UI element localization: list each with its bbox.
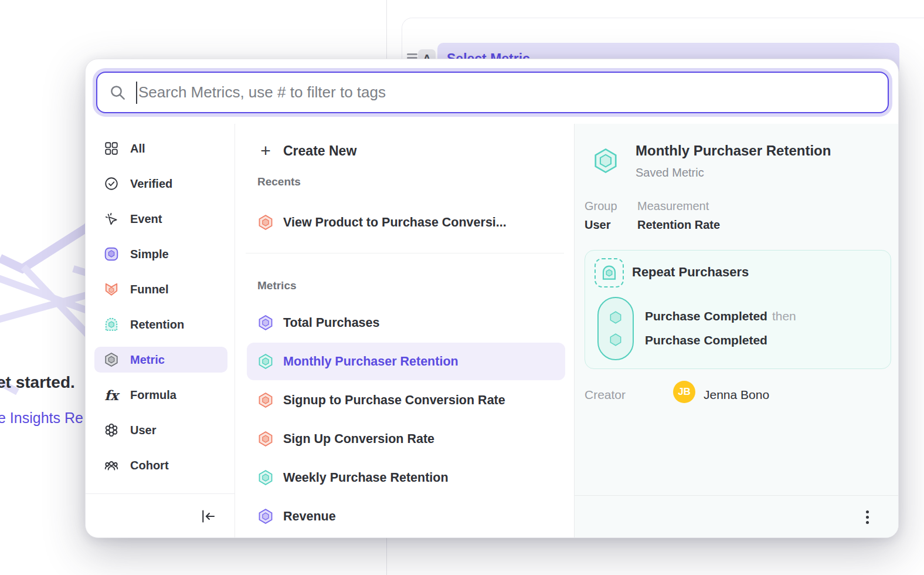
formula-icon: fx <box>103 387 120 403</box>
create-new-button[interactable]: + Create New <box>257 138 565 164</box>
step-hexagon-icon <box>608 332 623 347</box>
hexagon-coral-icon <box>257 392 274 408</box>
sidebar-item-label: User <box>130 424 156 437</box>
detail-subtitle: Saved Metric <box>636 166 704 180</box>
search-box <box>96 72 889 113</box>
sidebar-item-user[interactable]: User <box>94 417 227 443</box>
sidebar-item-label: Simple <box>130 248 169 261</box>
metric-picker-modal: All Verified <box>85 59 899 538</box>
grid-icon <box>103 140 120 157</box>
detail-footer <box>575 495 899 538</box>
metric-item-total-purchases[interactable]: Total Purchases <box>247 304 565 341</box>
metrics-heading: Metrics <box>257 279 565 295</box>
definition-step-1: Purchase Completedthen <box>645 309 796 323</box>
sidebar-item-label: Funnel <box>130 283 169 296</box>
background-partial-insights-link[interactable]: e Insights Re <box>0 410 83 427</box>
hexagon-purple-icon <box>257 314 274 331</box>
metric-item-weekly-purchase-retention[interactable]: Weekly Purchase Retention <box>247 459 565 496</box>
retention-metric-icon <box>103 316 120 333</box>
category-sidebar: All Verified <box>86 124 235 538</box>
metric-definition-card: Repeat Purchasers Purchase Completedthen… <box>585 250 891 369</box>
retention-definition-icon <box>595 258 624 288</box>
collapse-left-icon[interactable] <box>198 506 218 526</box>
recents-heading: Recents <box>257 175 565 191</box>
metric-detail-panel: Monthly Purchaser Retention Saved Metric… <box>574 124 899 538</box>
sidebar-item-label: All <box>130 142 145 155</box>
cursor-click-icon <box>103 211 120 227</box>
sidebar-item-label: Retention <box>130 318 184 332</box>
cohort-icon <box>103 457 120 473</box>
sidebar-item-label: Event <box>130 212 162 226</box>
metric-item-revenue[interactable]: Revenue <box>247 498 565 535</box>
plus-icon: + <box>257 141 274 161</box>
sidebar-footer <box>86 493 235 538</box>
sidebar-item-verified[interactable]: Verified <box>94 171 227 197</box>
user-cluster-icon <box>103 422 120 438</box>
funnel-metric-icon <box>103 281 120 297</box>
list-divider <box>246 253 564 253</box>
simple-metric-icon <box>103 246 120 262</box>
sidebar-item-metric[interactable]: Metric <box>94 347 227 373</box>
sidebar-item-formula[interactable]: fx Formula <box>94 382 227 408</box>
sidebar-item-label: Metric <box>130 353 165 367</box>
hexagon-coral-icon <box>257 431 274 447</box>
measurement-value: Retention Rate <box>637 218 720 232</box>
search-field-halo <box>93 68 892 117</box>
sidebar-item-label: Cohort <box>130 459 169 472</box>
saved-metric-hexagon-icon <box>592 147 619 177</box>
verified-badge-icon <box>103 175 120 192</box>
hexagon-coral-icon <box>257 214 274 231</box>
hexagon-teal-icon <box>257 469 274 486</box>
recent-metric-item[interactable]: View Product to Purchase Conversi... <box>257 209 565 235</box>
step-capsule <box>597 297 634 360</box>
metric-item-signup-to-purchase-conversion-rate[interactable]: Signup to Purchase Conversion Rate <box>247 381 565 419</box>
metric-list-column: + Create New Recents View Product to Pur… <box>235 124 574 538</box>
metric-hexagon-icon <box>103 351 120 368</box>
more-options-icon[interactable] <box>858 508 876 527</box>
group-label: Group <box>585 199 617 213</box>
definition-step-2: Purchase Completed <box>645 333 767 347</box>
search-input[interactable] <box>136 82 876 104</box>
definition-name: Repeat Purchasers <box>632 265 749 280</box>
step-hexagon-icon <box>608 310 623 325</box>
background-partial-heading: et started. <box>0 373 75 392</box>
sidebar-item-cohort[interactable]: Cohort <box>94 452 227 478</box>
group-value: User <box>585 218 610 232</box>
sidebar-item-retention[interactable]: Retention <box>94 312 227 337</box>
sidebar-item-funnel[interactable]: Funnel <box>94 276 227 302</box>
measurement-label: Measurement <box>637 199 709 213</box>
metric-item-monthly-purchaser-retention[interactable]: Monthly Purchaser Retention <box>247 343 565 380</box>
sidebar-item-event[interactable]: Event <box>94 206 227 232</box>
step-connector: then <box>772 309 796 323</box>
metric-item-sign-up-conversion-rate[interactable]: Sign Up Conversion Rate <box>247 420 565 458</box>
sidebar-item-label: Formula <box>130 388 176 402</box>
detail-title: Monthly Purchaser Retention <box>636 143 831 159</box>
creator-label: Creator <box>585 388 626 402</box>
query-builder-row: A Select Metric <box>402 18 924 62</box>
search-icon <box>109 84 127 102</box>
creator-avatar: JB <box>673 381 695 403</box>
hexagon-purple-icon <box>257 508 274 525</box>
sidebar-item-label: Verified <box>130 177 172 191</box>
creator-name: Jenna Bono <box>704 388 769 402</box>
sidebar-item-all[interactable]: All <box>94 136 227 161</box>
sidebar-item-simple[interactable]: Simple <box>94 241 227 267</box>
hexagon-teal-icon <box>257 353 274 370</box>
